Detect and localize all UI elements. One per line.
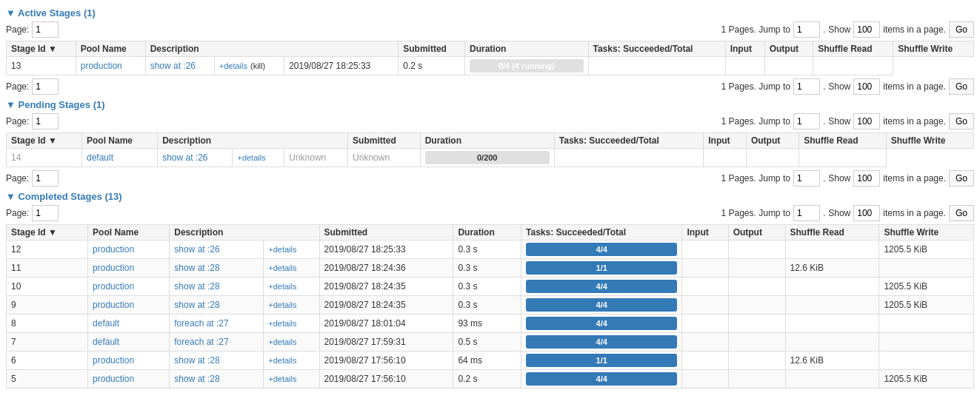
active-show-input[interactable] bbox=[853, 21, 880, 38]
shuffle-write bbox=[879, 352, 974, 370]
pending-col-shuffle-read: Shuffle Read bbox=[799, 133, 887, 149]
description-link[interactable]: show at :28 bbox=[174, 374, 219, 384]
pending-go-button2[interactable]: Go bbox=[949, 170, 974, 186]
shuffle-write: 1205.5 KiB bbox=[879, 370, 974, 388]
details-kill: +details(kill) bbox=[214, 57, 284, 75]
pool-name-link[interactable]: production bbox=[93, 281, 134, 292]
pool-name-link[interactable]: production bbox=[93, 244, 134, 255]
pending-col-shuffle-write: Shuffle Write bbox=[886, 133, 973, 149]
details-link[interactable]: +details bbox=[268, 356, 296, 365]
active-page-input2[interactable] bbox=[32, 78, 59, 95]
completed-jump-input[interactable] bbox=[793, 205, 820, 221]
pending-page-input[interactable] bbox=[32, 113, 59, 130]
tasks-cell: 1/1 bbox=[521, 259, 682, 278]
description-link[interactable]: show at :26 bbox=[162, 152, 207, 163]
pool-name-link[interactable]: default bbox=[93, 318, 119, 329]
comp-col-submitted: Submitted bbox=[319, 225, 453, 240]
pool-name-link[interactable]: production bbox=[81, 61, 122, 71]
active-page-right2: 1 Pages. Jump to . Show items in a page.… bbox=[721, 78, 975, 95]
submitted: 2019/08/27 17:56:10 bbox=[319, 370, 453, 388]
pool-name-link[interactable]: production bbox=[93, 300, 134, 310]
details-link[interactable]: +details bbox=[268, 245, 296, 254]
active-page-left: Page: bbox=[6, 21, 59, 38]
active-show-input2[interactable] bbox=[853, 78, 880, 95]
details-link[interactable]: +details bbox=[219, 61, 247, 70]
shuffle-read bbox=[785, 314, 879, 333]
completed-show-input[interactable] bbox=[853, 205, 880, 221]
stage-id: 7 bbox=[7, 333, 88, 352]
details-link[interactable]: +details bbox=[268, 337, 296, 346]
completed-stages-title: ▼ Completed Stages (13) bbox=[6, 191, 974, 202]
description-link[interactable]: foreach at :27 bbox=[174, 318, 228, 329]
pending-top-pagination: Page: 1 Pages. Jump to . Show items in a… bbox=[6, 113, 974, 130]
shuffle-read: 12.6 KiB bbox=[785, 259, 879, 278]
pending-jump-input[interactable] bbox=[793, 113, 820, 130]
description-link[interactable]: show at :26 bbox=[174, 244, 219, 255]
task-progress-bar: 0/200 bbox=[425, 151, 550, 164]
description: show at :28 bbox=[170, 259, 264, 278]
pending-page-input2[interactable] bbox=[32, 170, 59, 186]
pending-show-input[interactable] bbox=[853, 113, 880, 130]
description-link[interactable]: show at :28 bbox=[174, 263, 219, 273]
active-go-button[interactable]: Go bbox=[949, 21, 974, 38]
details-link[interactable]: +details bbox=[268, 263, 296, 272]
tasks-cell: 0/4 (4 running) bbox=[465, 57, 589, 75]
shuffle-write: 1205.5 KiB bbox=[879, 278, 974, 296]
details-link[interactable]: +details bbox=[268, 282, 296, 291]
description-link[interactable]: show at :26 bbox=[150, 61, 196, 71]
details-link[interactable]: +details bbox=[268, 374, 296, 383]
pending-go-button[interactable]: Go bbox=[949, 113, 974, 130]
submitted: 2019/08/27 18:25:33 bbox=[284, 57, 399, 75]
tasks-cell: 0/200 bbox=[420, 149, 554, 167]
input bbox=[682, 370, 728, 388]
stage-id: 12 bbox=[7, 240, 88, 259]
col-stage-id: Stage Id ▼ bbox=[7, 41, 76, 57]
details: +details bbox=[264, 370, 319, 388]
shuffle-read bbox=[785, 296, 879, 314]
pending-col-tasks: Tasks: Succeeded/Total bbox=[554, 133, 703, 149]
description-link[interactable]: show at :28 bbox=[174, 355, 219, 366]
active-go-button2[interactable]: Go bbox=[949, 78, 974, 95]
kill-link[interactable]: (kill) bbox=[250, 61, 265, 70]
page-label2: Page: bbox=[6, 81, 29, 92]
pool-name-link[interactable]: production bbox=[93, 355, 134, 366]
pending-show-input2[interactable] bbox=[853, 170, 880, 186]
pool-name: production bbox=[88, 240, 170, 259]
task-progress-bar: 0/4 (4 running) bbox=[470, 59, 584, 73]
description-link[interactable]: foreach at :27 bbox=[174, 337, 228, 347]
col-tasks: Tasks: Succeeded/Total bbox=[588, 41, 725, 57]
stage-id: 10 bbox=[7, 278, 88, 296]
active-page-input[interactable] bbox=[32, 21, 59, 38]
description: show at :26 bbox=[158, 149, 233, 167]
pending-jump-input2[interactable] bbox=[793, 170, 820, 186]
input bbox=[554, 149, 703, 167]
active-stages-section: ▼ Active Stages (1) Page: 1 Pages. Jump … bbox=[6, 7, 974, 95]
active-jump-input[interactable] bbox=[793, 21, 820, 38]
completed-go-button[interactable]: Go bbox=[949, 205, 974, 221]
shuffle-read: 12.6 KiB bbox=[785, 352, 879, 370]
pool-name-link[interactable]: default bbox=[93, 337, 119, 347]
completed-arrow: ▼ bbox=[6, 191, 18, 202]
duration: 0.2 s bbox=[453, 370, 521, 388]
tasks-cell: 4/4 bbox=[521, 296, 682, 314]
pool-name-link[interactable]: production bbox=[93, 263, 134, 273]
description-link[interactable]: show at :28 bbox=[174, 300, 219, 310]
col-input: Input bbox=[725, 41, 764, 57]
details-link[interactable]: +details bbox=[268, 300, 296, 309]
details-link[interactable]: +details bbox=[268, 319, 296, 328]
pending-col-input: Input bbox=[704, 133, 747, 149]
duration: 0.2 s bbox=[399, 57, 465, 75]
shuffle-write bbox=[879, 259, 974, 278]
details-link[interactable]: +details bbox=[237, 153, 265, 162]
tasks-cell: 4/4 bbox=[521, 278, 682, 296]
tasks-cell: 1/1 bbox=[521, 352, 682, 370]
input bbox=[682, 333, 728, 352]
completed-page-input[interactable] bbox=[32, 205, 59, 221]
duration: 93 ms bbox=[453, 314, 521, 333]
input bbox=[682, 352, 728, 370]
active-jump-input2[interactable] bbox=[793, 78, 820, 95]
pool-name-link[interactable]: default bbox=[87, 152, 113, 163]
stage-id: 14 bbox=[7, 149, 82, 167]
pool-name-link[interactable]: production bbox=[93, 374, 134, 384]
description-link[interactable]: show at :28 bbox=[174, 281, 219, 292]
